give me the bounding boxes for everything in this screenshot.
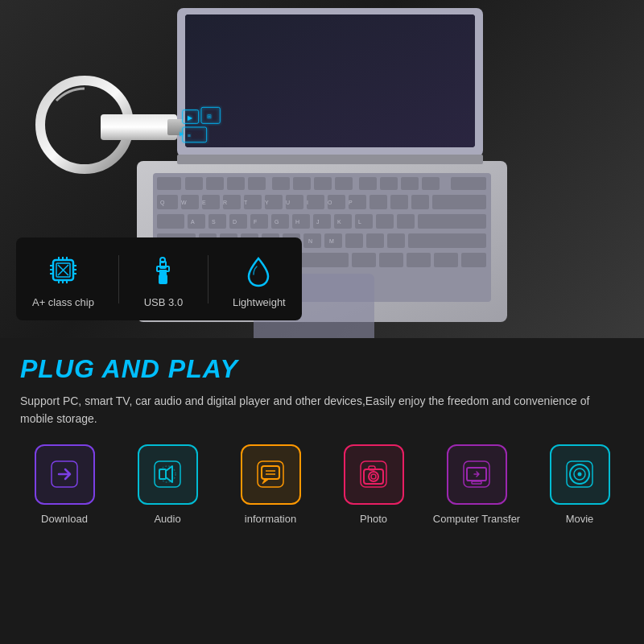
- svg-text:N: N: [308, 238, 312, 244]
- svg-rect-37: [369, 195, 387, 209]
- svg-rect-128: [155, 461, 180, 487]
- svg-rect-74: [461, 253, 486, 267]
- usb-drive-illustration: [24, 64, 185, 209]
- plug-play-description: Support PC, smart TV, car audio and digi…: [20, 392, 624, 428]
- svg-point-126: [160, 258, 165, 262]
- audio-label: Audio: [154, 513, 180, 525]
- svg-text:F: F: [254, 219, 257, 225]
- svg-rect-65: [408, 233, 486, 248]
- svg-rect-21: [335, 177, 353, 190]
- svg-point-138: [371, 474, 376, 479]
- svg-rect-34: [307, 195, 324, 209]
- svg-text:M: M: [329, 238, 334, 244]
- information-icon-box: [241, 444, 301, 505]
- download-icon-box: [35, 444, 95, 505]
- feature-icons-row: Download Audio: [20, 444, 624, 525]
- chips-section: A+ class chip USB 3.0: [16, 237, 302, 320]
- feature-item-audio: Audio: [123, 444, 212, 525]
- information-label: information: [245, 513, 296, 525]
- svg-rect-62: [345, 233, 363, 248]
- svg-rect-129: [159, 469, 166, 479]
- lightweight-icon: [239, 250, 279, 290]
- svg-text:L: L: [358, 219, 361, 225]
- svg-rect-5: [183, 127, 207, 142]
- svg-text:Y: Y: [265, 200, 269, 205]
- svg-text:S: S: [212, 219, 216, 225]
- feature-item-download: Download: [20, 444, 109, 525]
- photo-icon-box: [344, 444, 404, 505]
- svg-text:T: T: [244, 200, 248, 205]
- svg-rect-26: [451, 177, 486, 190]
- chip-light-label: Lightweight: [233, 296, 286, 308]
- svg-rect-19: [293, 177, 311, 190]
- svg-text:U: U: [286, 200, 290, 205]
- feature-item-movie: Movie: [535, 444, 624, 525]
- svg-rect-72: [407, 253, 431, 267]
- computer-transfer-label: Computer Transfer: [433, 513, 520, 525]
- svg-point-147: [578, 473, 582, 477]
- svg-text:K: K: [337, 219, 341, 225]
- svg-rect-15: [206, 177, 224, 190]
- svg-rect-16: [227, 177, 245, 190]
- svg-rect-17: [248, 177, 266, 190]
- svg-rect-53: [418, 214, 486, 229]
- audio-icon-box: [138, 444, 198, 505]
- feature-item-photo: Photo: [329, 444, 418, 525]
- download-label: Download: [41, 513, 88, 525]
- svg-rect-64: [387, 233, 405, 248]
- svg-text:P: P: [349, 200, 353, 205]
- svg-rect-39: [411, 195, 429, 209]
- svg-rect-23: [380, 177, 398, 190]
- bottom-section: PLUG AND PLAY Support PC, smart TV, car …: [0, 338, 644, 644]
- svg-rect-139: [369, 466, 375, 470]
- movie-icon-box: [550, 444, 610, 505]
- photo-label: Photo: [360, 513, 387, 525]
- svg-text:J: J: [316, 219, 320, 225]
- chip-item-usb: USB 3.0: [143, 250, 184, 308]
- svg-text:R: R: [223, 200, 227, 205]
- svg-rect-73: [434, 253, 458, 267]
- top-section: ▶ ⊞ ≡: [0, 0, 644, 338]
- svg-text:D: D: [233, 219, 237, 225]
- svg-rect-20: [314, 177, 332, 190]
- svg-text:G: G: [275, 219, 279, 225]
- svg-rect-143: [472, 481, 481, 484]
- svg-rect-71: [379, 253, 403, 267]
- svg-rect-25: [422, 177, 440, 190]
- chip-item-class: A+ class chip: [32, 250, 94, 308]
- svg-text:A: A: [191, 219, 195, 225]
- chip-class-label: A+ class chip: [32, 296, 94, 308]
- feature-item-information: information: [226, 444, 315, 525]
- computer-transfer-icon-box: [447, 444, 507, 505]
- svg-text:▶: ▶: [188, 114, 193, 122]
- svg-rect-52: [397, 214, 415, 229]
- chip-usb-label: USB 3.0: [144, 296, 183, 308]
- svg-rect-22: [359, 177, 377, 190]
- svg-rect-132: [262, 466, 279, 479]
- svg-text:E: E: [202, 200, 206, 205]
- chip-divider-1: [118, 255, 119, 303]
- svg-text:O: O: [328, 200, 332, 205]
- svg-text:I: I: [307, 200, 308, 205]
- svg-rect-40: [432, 195, 486, 209]
- svg-text:H: H: [295, 219, 299, 225]
- glow-transfer: ▶ ⊞ ≡: [177, 105, 242, 169]
- svg-rect-51: [376, 214, 394, 229]
- movie-label: Movie: [566, 513, 594, 525]
- plug-play-title: PLUG AND PLAY: [20, 354, 624, 384]
- svg-rect-41: [157, 214, 184, 229]
- chip-icon: [43, 250, 83, 290]
- svg-rect-38: [390, 195, 408, 209]
- usb-icon: [143, 250, 184, 290]
- svg-point-137: [369, 472, 378, 481]
- svg-rect-63: [366, 233, 384, 248]
- chip-divider-2: [208, 255, 208, 303]
- svg-rect-14: [185, 177, 203, 190]
- svg-rect-18: [272, 177, 290, 190]
- svg-rect-24: [401, 177, 419, 190]
- svg-text:⊞: ⊞: [207, 114, 212, 119]
- chip-item-light: Lightweight: [233, 250, 286, 308]
- svg-rect-1: [101, 114, 177, 140]
- svg-text:≡: ≡: [188, 133, 191, 138]
- svg-rect-70: [352, 253, 376, 267]
